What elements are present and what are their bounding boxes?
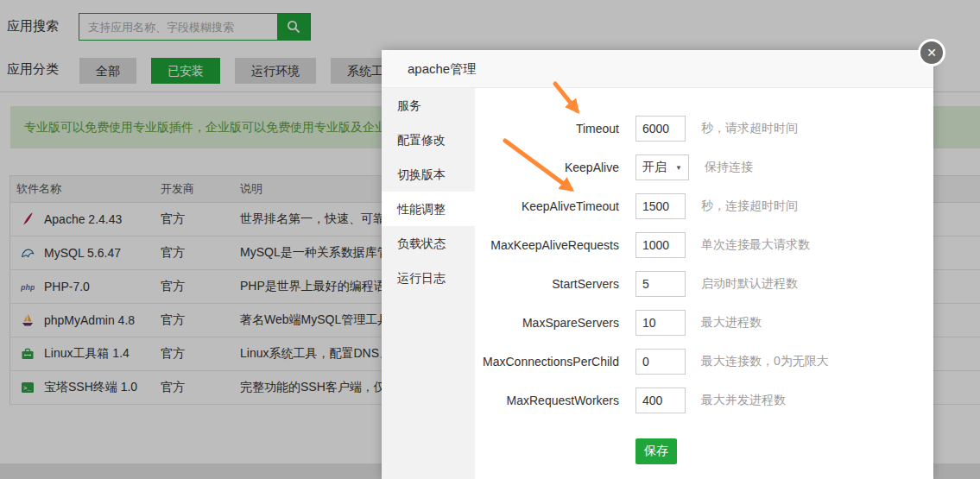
keepalivetimeout-label: KeepAliveTimeout [475, 199, 619, 213]
maxconnectionsperchild-hint: 最大连接数，0为无限大 [701, 354, 829, 369]
form-row-timeout: Timeout 秒，请求超时时间 [475, 116, 933, 142]
keepalive-select[interactable]: 开启 ▼ [635, 154, 689, 180]
tab-performance-tuning[interactable]: 性能调整 [382, 192, 475, 226]
tab-config-edit[interactable]: 配置修改 [382, 123, 475, 157]
maxrequestworkers-label: MaxRequestWorkers [475, 394, 619, 407]
form-row-maxspareservers: MaxSpareServers 最大进程数 [475, 310, 933, 336]
maxconnectionsperchild-input[interactable] [635, 349, 686, 375]
maxspareservers-label: MaxSpareServers [475, 316, 619, 330]
maxrequestworkers-input[interactable] [635, 388, 686, 413]
form-row-keepalive: KeepAlive 开启 ▼ 保持连接 [475, 154, 933, 180]
tab-run-log[interactable]: 运行日志 [382, 261, 475, 295]
keepalivetimeout-input[interactable] [635, 193, 686, 219]
maxspareservers-input[interactable] [635, 310, 686, 336]
tab-service[interactable]: 服务 [382, 88, 475, 123]
maxrequestworkers-hint: 最大并发进程数 [701, 393, 786, 408]
startservers-hint: 启动时默认进程数 [701, 276, 798, 292]
modal-title: apache管理 [382, 50, 933, 88]
modal-sidebar: 服务 配置修改 切换版本 性能调整 负载状态 运行日志 [382, 88, 475, 479]
form-row-keepalivetimeout: KeepAliveTimeout 秒，连接超时时间 [475, 193, 933, 219]
keepalive-label: KeepAlive [475, 161, 619, 174]
form-row-maxrequestworkers: MaxRequestWorkers 最大并发进程数 [475, 388, 933, 413]
keepalivetimeout-hint: 秒，连接超时时间 [701, 199, 798, 214]
maxspareservers-hint: 最大进程数 [701, 315, 762, 331]
form-row-maxconnectionsperchild: MaxConnectionsPerChild 最大连接数，0为无限大 [475, 349, 933, 375]
maxkeepaliverequests-hint: 单次连接最大请求数 [701, 237, 810, 253]
maxkeepaliverequests-label: MaxKeepAliveRequests [475, 238, 619, 252]
keepalive-selected-value: 开启 [642, 160, 667, 175]
tab-switch-version[interactable]: 切换版本 [382, 157, 475, 192]
chevron-down-icon: ▼ [675, 164, 682, 172]
timeout-hint: 秒，请求超时时间 [701, 121, 798, 136]
performance-form: Timeout 秒，请求超时时间 KeepAlive 开启 ▼ 保持连接 Kee… [475, 88, 933, 479]
keepalive-hint: 保持连接 [705, 160, 753, 175]
save-button[interactable]: 保存 [635, 438, 677, 464]
apache-manage-modal: apache管理 服务 配置修改 切换版本 性能调整 负载状态 运行日志 Tim… [382, 50, 933, 479]
startservers-label: StartServers [475, 277, 619, 291]
maxkeepaliverequests-input[interactable] [635, 232, 686, 258]
app-store-page: 应用搜索 应用分类 全部 已安装 运行环境 系统工具 专业版可以免费使用专业版插… [0, 0, 980, 479]
form-row-maxkeepaliverequests: MaxKeepAliveRequests 单次连接最大请求数 [475, 232, 933, 258]
startservers-input[interactable] [635, 271, 686, 297]
timeout-label: Timeout [475, 122, 619, 136]
timeout-input[interactable] [635, 116, 686, 142]
maxconnectionsperchild-label: MaxConnectionsPerChild [475, 355, 619, 369]
close-icon[interactable]: ✕ [918, 39, 945, 66]
tab-load-status[interactable]: 负载状态 [382, 226, 475, 261]
form-row-startservers: StartServers 启动时默认进程数 [475, 271, 933, 297]
